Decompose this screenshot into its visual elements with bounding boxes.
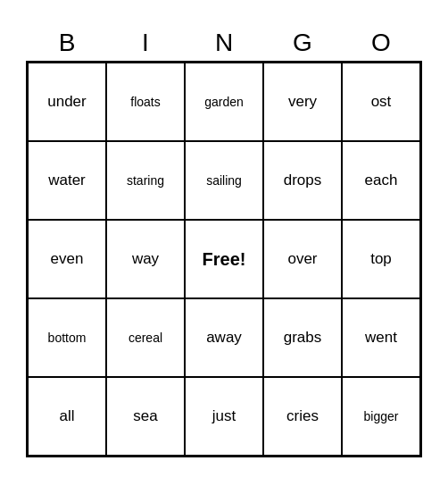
cell-0-2[interactable]: garden xyxy=(185,63,263,141)
cell-2-1[interactable]: way xyxy=(106,220,185,298)
bingo-header: B I N G O xyxy=(28,29,420,57)
bingo-grid: under floats garden very ost water stari… xyxy=(26,61,422,457)
cell-0-4[interactable]: ost xyxy=(342,63,420,141)
cell-0-0[interactable]: under xyxy=(28,63,106,141)
cell-4-0[interactable]: all xyxy=(28,377,106,456)
header-n: N xyxy=(185,29,263,57)
cell-1-4[interactable]: each xyxy=(342,141,420,220)
header-o: O xyxy=(342,29,420,57)
cell-3-4[interactable]: went xyxy=(342,298,420,377)
cell-1-0[interactable]: water xyxy=(28,141,106,220)
header-b: B xyxy=(28,29,106,57)
cell-4-1[interactable]: sea xyxy=(106,377,185,456)
header-i: I xyxy=(106,29,185,57)
cell-3-3[interactable]: grabs xyxy=(263,298,342,377)
cell-1-2[interactable]: sailing xyxy=(185,141,263,220)
cell-0-1[interactable]: floats xyxy=(106,63,185,141)
cell-1-1[interactable]: staring xyxy=(106,141,185,220)
cell-2-4[interactable]: top xyxy=(342,220,420,298)
cell-4-3[interactable]: cries xyxy=(263,377,342,456)
cell-0-3[interactable]: very xyxy=(263,63,342,141)
cell-1-3[interactable]: drops xyxy=(263,141,342,220)
cell-3-1[interactable]: cereal xyxy=(106,298,185,377)
bingo-card: B I N G O under floats garden very ost w… xyxy=(26,29,422,457)
cell-3-0[interactable]: bottom xyxy=(28,298,106,377)
header-g: G xyxy=(263,29,342,57)
cell-3-2[interactable]: away xyxy=(185,298,263,377)
cell-2-3[interactable]: over xyxy=(263,220,342,298)
cell-4-4[interactable]: bigger xyxy=(342,377,420,456)
cell-4-2[interactable]: just xyxy=(185,377,263,456)
cell-2-0[interactable]: even xyxy=(28,220,106,298)
cell-free[interactable]: Free! xyxy=(185,220,263,298)
